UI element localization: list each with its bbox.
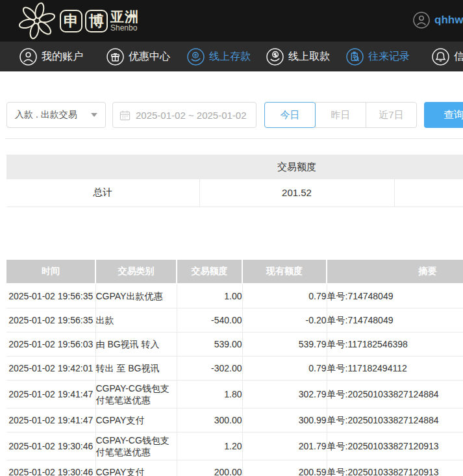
withdraw-icon: [266, 48, 284, 66]
user-avatar-icon: [413, 12, 430, 29]
col-header-memo: 摘要: [327, 260, 463, 284]
cell-balance: 539.79: [242, 332, 327, 356]
quick-date-button-group: 今日 昨日 近7日: [264, 102, 417, 128]
nav-item-label: 优惠中心: [129, 50, 170, 64]
brand-region: 亚洲: [110, 10, 139, 24]
table-row: 2025-01-02 19:56:35 出款 -540.00 -0.20 单号:…: [6, 308, 463, 332]
date-range-input[interactable]: 2025-01-02 ~ 2025-01-02: [112, 102, 257, 128]
cell-type: CGPAY支付: [95, 408, 177, 432]
nav-item-label: 信: [454, 50, 463, 64]
cell-time: 2025-01-02 19:41:47: [6, 408, 95, 432]
cell-balance: 0.79: [242, 356, 327, 380]
table-header-row: 时间 交易类别 交易额度 现有额度 摘要: [6, 260, 463, 284]
cell-memo: 单号:202501033827124884: [327, 408, 463, 432]
cell-balance: -0.20: [242, 308, 327, 332]
brand-logo[interactable]: 申 博 亚洲 Shenbo: [17, 1, 139, 41]
summary-total-label: 总计: [6, 179, 199, 207]
cell-time: 2025-01-02 19:42:01: [6, 356, 95, 380]
cell-amount: 200.00: [177, 460, 242, 476]
cell-memo: 单号:117182494112: [327, 356, 463, 380]
cell-memo: 单号:714748049: [327, 284, 463, 308]
cell-amount: 300.00: [177, 408, 242, 432]
cell-balance: 302.79: [242, 380, 327, 408]
cell-type: CGPAY-CG钱包支付笔笔送优惠: [95, 380, 177, 408]
table-row: 2025-01-02 19:41:47 CGPAY-CG钱包支付笔笔送优惠 1.…: [6, 380, 463, 408]
date-range-value: 2025-01-02 ~ 2025-01-02: [136, 110, 247, 121]
nav-item-online-deposit[interactable]: 线上存款: [187, 42, 251, 71]
nav-item-label: 线上存款: [209, 50, 251, 64]
summary-blank-cell: [394, 179, 463, 207]
bell-icon: [432, 48, 449, 66]
nav-item-transaction-records[interactable]: 往来记录: [346, 42, 410, 71]
nav-item-label: 我的账户: [42, 50, 83, 64]
col-header-time: 时间: [6, 260, 95, 284]
cell-balance: 201.79: [242, 432, 327, 460]
user-account[interactable]: qhhw: [413, 12, 463, 29]
table-row: 2025-01-02 19:30:46 CGPAY-CG钱包支付笔笔送优惠 1.…: [6, 432, 463, 460]
cell-balance: 0.79: [242, 284, 327, 308]
table-row: 2025-01-02 19:42:01 转出 至 BG视讯 -302.00 0.…: [6, 356, 463, 380]
cell-type: CGPAY出款优惠: [95, 284, 177, 308]
brand-char-2: 博: [85, 10, 108, 32]
user-icon: [19, 48, 37, 66]
cell-memo: 单号:117182546398: [327, 332, 463, 356]
table-row: 2025-01-02 19:30:46 CGPAY支付 200.00 200.5…: [6, 460, 463, 476]
summary-total-value: 201.52: [199, 179, 394, 207]
nav-item-messages[interactable]: 信: [432, 42, 463, 71]
transaction-type-value: 入款 . 出款交易: [15, 109, 91, 121]
cell-amount: 1.20: [177, 432, 242, 460]
username-text: qhhw: [434, 14, 463, 27]
transaction-type-select[interactable]: 入款 . 出款交易: [6, 102, 106, 128]
cell-time: 2025-01-02 19:56:35: [6, 284, 95, 308]
cell-amount: -302.00: [177, 356, 242, 380]
gift-icon: [106, 48, 124, 66]
cell-memo: 单号:202501033827124884: [327, 380, 463, 408]
nav-item-label: 往来记录: [368, 50, 410, 64]
chevron-down-icon: [91, 113, 97, 117]
deposit-icon: [187, 48, 205, 66]
top-header: 申 博 亚洲 Shenbo qhhw: [0, 0, 463, 42]
cell-memo: 单号:714748049: [327, 308, 463, 332]
cell-amount: 1.80: [177, 380, 242, 408]
cell-time: 2025-01-02 19:30:46: [6, 432, 95, 460]
table-row: 2025-01-02 19:56:35 CGPAY出款优惠 1.00 0.79 …: [6, 284, 463, 308]
brand-subtitle: Shenbo: [110, 24, 139, 32]
cell-memo: 单号:202501033827120913: [327, 432, 463, 460]
cell-type: 由 BG视讯 转入: [95, 332, 177, 356]
table-row: 2025-01-02 19:41:47 CGPAY支付 300.00 300.9…: [6, 408, 463, 432]
table-row: 2025-01-02 19:56:03 由 BG视讯 转入 539.00 539…: [6, 332, 463, 356]
main-navigation: 我的账户 优惠中心 线上存款: [0, 42, 463, 71]
brand-char-1: 申: [60, 10, 82, 32]
cell-time: 2025-01-02 19:56:35: [6, 308, 95, 332]
col-header-type: 交易类别: [95, 260, 177, 284]
summary-total-row: 总计 201.52: [6, 179, 463, 207]
flower-logo-icon: [17, 1, 57, 41]
cell-time: 2025-01-02 19:41:47: [6, 380, 95, 408]
cell-type: CGPAY支付: [95, 460, 177, 476]
cell-time: 2025-01-02 19:56:03: [6, 332, 95, 356]
cell-amount: 1.00: [177, 284, 242, 308]
query-button[interactable]: 查询: [424, 102, 463, 128]
summary-header-amount: 交易额度: [199, 155, 394, 179]
nav-item-promo-center[interactable]: 优惠中心: [106, 42, 170, 71]
transactions-table: 时间 交易类别 交易额度 现有额度 摘要 2025-01-02 19:56:35…: [6, 260, 463, 476]
section-divider: [5, 138, 463, 139]
calendar-icon: [119, 110, 131, 121]
cell-amount: -540.00: [177, 308, 242, 332]
cell-type: 转出 至 BG视讯: [95, 356, 177, 380]
cell-amount: 539.00: [177, 332, 242, 356]
records-icon: [346, 48, 364, 66]
nav-item-label: 线上取款: [288, 50, 330, 64]
cell-time: 2025-01-02 19:30:46: [6, 460, 95, 476]
nav-item-online-withdrawal[interactable]: 线上取款: [266, 42, 330, 71]
summary-table: 交易额度 总计 201.52: [6, 155, 463, 207]
cell-type: CGPAY-CG钱包支付笔笔送优惠: [95, 432, 177, 460]
col-header-balance: 现有额度: [242, 260, 327, 284]
yesterday-button[interactable]: 昨日: [315, 102, 366, 128]
last-7-days-button[interactable]: 近7日: [366, 102, 417, 128]
cell-type: 出款: [95, 308, 177, 332]
nav-item-my-account[interactable]: 我的账户: [19, 42, 83, 71]
today-button[interactable]: 今日: [264, 102, 316, 128]
summary-header-blank: [394, 155, 463, 179]
cell-memo: 单号:202501033827120913: [327, 460, 463, 476]
